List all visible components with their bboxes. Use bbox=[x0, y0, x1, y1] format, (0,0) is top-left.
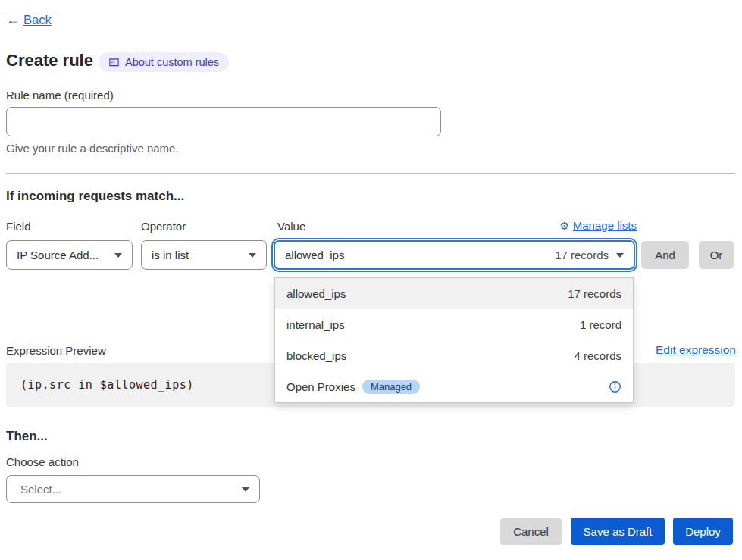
back-arrow-icon: ← bbox=[6, 12, 20, 28]
manage-lists-label: Manage lists bbox=[573, 219, 637, 232]
list-option-name: internal_ips bbox=[286, 318, 580, 331]
list-dropdown-panel: allowed_ips 17 records internal_ips 1 re… bbox=[274, 277, 634, 403]
rule-name-helper-text: Give your rule a descriptive name. bbox=[6, 142, 179, 155]
field-label: Field bbox=[6, 220, 31, 233]
edit-expression-label: Edit expression bbox=[656, 343, 736, 357]
operator-select[interactable]: is in list bbox=[141, 240, 267, 270]
chevron-down-icon bbox=[616, 253, 624, 258]
match-section-heading: If incoming requests match... bbox=[6, 189, 184, 204]
deploy-button[interactable]: Deploy bbox=[673, 518, 733, 545]
chevron-down-icon bbox=[249, 253, 256, 258]
about-custom-rules-link[interactable]: About custom rules bbox=[99, 52, 229, 72]
list-option-name: blocked_ips bbox=[286, 349, 574, 362]
cancel-button[interactable]: Cancel bbox=[500, 518, 562, 545]
list-option-record-count: 4 records bbox=[574, 349, 621, 362]
book-icon bbox=[108, 57, 120, 68]
list-option-allowed-ips[interactable]: allowed_ips 17 records bbox=[275, 278, 633, 309]
info-icon[interactable] bbox=[609, 380, 621, 393]
page-title: Create rule bbox=[6, 51, 93, 70]
choose-action-label: Choose action bbox=[6, 455, 79, 468]
operator-label: Operator bbox=[141, 220, 186, 233]
back-link[interactable]: ←Back bbox=[6, 12, 52, 28]
list-option-blocked-ips[interactable]: blocked_ips 4 records bbox=[275, 340, 633, 371]
list-option-open-proxies[interactable]: Open Proxies Managed bbox=[275, 371, 633, 402]
field-select[interactable]: IP Source Add... bbox=[6, 240, 133, 270]
about-badge-label: About custom rules bbox=[125, 56, 219, 68]
list-option-record-count: 1 record bbox=[580, 318, 621, 331]
chevron-down-icon bbox=[114, 253, 122, 258]
chevron-down-icon bbox=[242, 487, 249, 492]
value-select-record-count: 17 records bbox=[555, 249, 609, 261]
list-option-internal-ips[interactable]: internal_ips 1 record bbox=[275, 309, 633, 340]
save-as-draft-button[interactable]: Save as Draft bbox=[571, 518, 665, 545]
rule-name-input[interactable] bbox=[6, 107, 441, 136]
value-select-value: allowed_ips bbox=[285, 249, 546, 261]
list-option-name: Open Proxies bbox=[286, 380, 355, 393]
back-label: Back bbox=[23, 13, 52, 27]
section-divider bbox=[6, 173, 735, 174]
edit-expression-link[interactable]: Edit expression bbox=[656, 343, 736, 357]
operator-select-value: is in list bbox=[152, 249, 241, 261]
expression-preview-label: Expression Preview bbox=[6, 344, 106, 357]
create-rule-page: ←Back Create rule About custom rules Rul… bbox=[0, 0, 742, 560]
list-option-record-count: 17 records bbox=[568, 287, 621, 300]
managed-badge: Managed bbox=[362, 380, 420, 394]
list-option-name: allowed_ips bbox=[286, 287, 568, 300]
rule-name-label: Rule name (required) bbox=[6, 89, 114, 102]
value-label: Value bbox=[277, 220, 305, 233]
action-select[interactable]: Select... bbox=[6, 475, 260, 503]
field-select-value: IP Source Add... bbox=[17, 249, 107, 261]
or-button[interactable]: Or bbox=[699, 241, 734, 269]
gear-icon: ⚙ bbox=[559, 220, 569, 232]
expression-code: (ip.src in $allowed_ips) bbox=[20, 378, 194, 392]
value-select[interactable]: allowed_ips 17 records bbox=[274, 240, 635, 270]
action-select-placeholder: Select... bbox=[20, 483, 234, 496]
manage-lists-link[interactable]: ⚙Manage lists bbox=[559, 219, 637, 232]
then-section-heading: Then... bbox=[6, 429, 48, 444]
and-button[interactable]: And bbox=[641, 241, 689, 269]
